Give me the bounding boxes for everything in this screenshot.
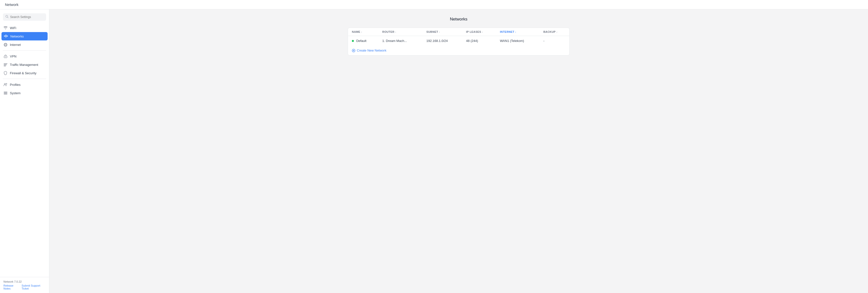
svg-point-19 bbox=[4, 83, 5, 85]
traffic-icon bbox=[3, 63, 7, 67]
support-ticket-link[interactable]: Submit Support Ticket bbox=[22, 284, 45, 290]
sidebar-item-traffic-label: Traffic Management bbox=[10, 63, 38, 67]
col-internet[interactable]: INTERNET bbox=[496, 28, 539, 36]
sidebar-item-system[interactable]: System bbox=[0, 89, 49, 97]
search-input[interactable] bbox=[10, 15, 44, 19]
app-header: Network bbox=[0, 0, 868, 9]
sidebar-item-wifi[interactable]: WiFi bbox=[0, 24, 49, 32]
sidebar-item-firewall-label: Firewall & Security bbox=[10, 71, 36, 75]
globe-icon bbox=[3, 43, 7, 47]
search-icon bbox=[5, 15, 9, 19]
cell-router: 1. Dream Mach... bbox=[378, 36, 423, 46]
sidebar-item-traffic[interactable]: Traffic Management bbox=[0, 60, 49, 69]
col-ip-leases[interactable]: IP LEASES bbox=[462, 28, 496, 36]
svg-rect-17 bbox=[4, 64, 6, 65]
sidebar-item-vpn[interactable]: VPN bbox=[0, 52, 49, 60]
svg-rect-22 bbox=[4, 93, 7, 93]
table-row[interactable]: Default 1. Dream Mach... 192.168.1.0/24 … bbox=[348, 36, 569, 46]
sidebar-item-internet-label: Internet bbox=[10, 43, 21, 47]
app-body: WiFi Networks bbox=[0, 9, 868, 293]
profiles-icon bbox=[3, 83, 7, 87]
svg-rect-2 bbox=[4, 36, 5, 36]
main-content: Networks NAME ROUTER SUBNET IP LEASES IN… bbox=[49, 9, 868, 293]
col-backup[interactable]: BACKUP bbox=[539, 28, 569, 36]
create-network-label: Create New Network bbox=[357, 49, 386, 52]
release-notes-link[interactable]: Release Notes bbox=[3, 284, 20, 290]
create-network-button[interactable]: Create New Network bbox=[352, 49, 386, 52]
svg-rect-18 bbox=[4, 66, 6, 66]
sidebar: WiFi Networks bbox=[0, 9, 49, 293]
page-title: Networks bbox=[59, 17, 858, 22]
wifi-icon bbox=[3, 26, 7, 30]
sidebar-item-networks[interactable]: Networks bbox=[1, 32, 48, 40]
svg-line-1 bbox=[8, 17, 8, 18]
divider-2 bbox=[3, 79, 46, 79]
cell-name: Default bbox=[348, 36, 378, 46]
sidebar-item-profiles-label: Profiles bbox=[10, 83, 21, 87]
sidebar-item-system-label: System bbox=[10, 91, 21, 95]
app-title: Network bbox=[5, 2, 19, 7]
sidebar-item-wifi-label: WiFi bbox=[10, 26, 16, 30]
col-router[interactable]: ROUTER bbox=[378, 28, 423, 36]
table-body: Default 1. Dream Mach... 192.168.1.0/24 … bbox=[348, 36, 569, 46]
cell-ip-leases: 48 (244) bbox=[462, 36, 496, 46]
svg-rect-23 bbox=[4, 94, 7, 94]
cell-subnet: 192.168.1.0/24 bbox=[423, 36, 462, 46]
plus-circle-icon bbox=[352, 49, 355, 52]
version-text: Network 7.0.22 bbox=[3, 280, 45, 283]
sidebar-footer: Network 7.0.22 Release Notes Submit Supp… bbox=[0, 277, 49, 293]
svg-point-20 bbox=[6, 83, 7, 84]
svg-point-15 bbox=[5, 57, 6, 57]
sidebar-item-networks-label: Networks bbox=[10, 34, 24, 38]
svg-rect-5 bbox=[7, 36, 8, 36]
col-subnet[interactable]: SUBNET bbox=[423, 28, 462, 36]
sidebar-item-internet[interactable]: Internet bbox=[0, 40, 49, 49]
shield-icon bbox=[3, 71, 7, 75]
svg-rect-21 bbox=[4, 92, 7, 92]
search-box[interactable] bbox=[3, 13, 46, 21]
cell-internet: WAN1 (Telekom) bbox=[496, 36, 539, 46]
system-icon bbox=[3, 91, 7, 95]
svg-point-11 bbox=[5, 43, 6, 47]
sidebar-item-profiles[interactable]: Profiles bbox=[0, 80, 49, 89]
status-dot bbox=[352, 40, 354, 42]
sidebar-item-vpn-label: VPN bbox=[10, 55, 17, 58]
networks-card: NAME ROUTER SUBNET IP LEASES INTERNET BA… bbox=[348, 28, 569, 56]
vpn-icon bbox=[3, 54, 7, 58]
networks-table: NAME ROUTER SUBNET IP LEASES INTERNET BA… bbox=[348, 28, 569, 46]
svg-point-10 bbox=[4, 43, 7, 47]
create-network-row: Create New Network bbox=[348, 46, 569, 55]
footer-links: Release Notes Submit Support Ticket bbox=[3, 284, 45, 290]
networks-icon bbox=[4, 34, 8, 38]
table-header: NAME ROUTER SUBNET IP LEASES INTERNET BA… bbox=[348, 28, 569, 36]
svg-rect-3 bbox=[5, 35, 6, 35]
row-name: Default bbox=[356, 39, 366, 43]
cell-backup: - bbox=[539, 36, 569, 46]
col-name[interactable]: NAME bbox=[348, 28, 378, 36]
sidebar-item-firewall[interactable]: Firewall & Security bbox=[0, 69, 49, 77]
divider-1 bbox=[3, 50, 46, 51]
svg-rect-16 bbox=[4, 63, 7, 64]
svg-rect-4 bbox=[5, 36, 6, 37]
